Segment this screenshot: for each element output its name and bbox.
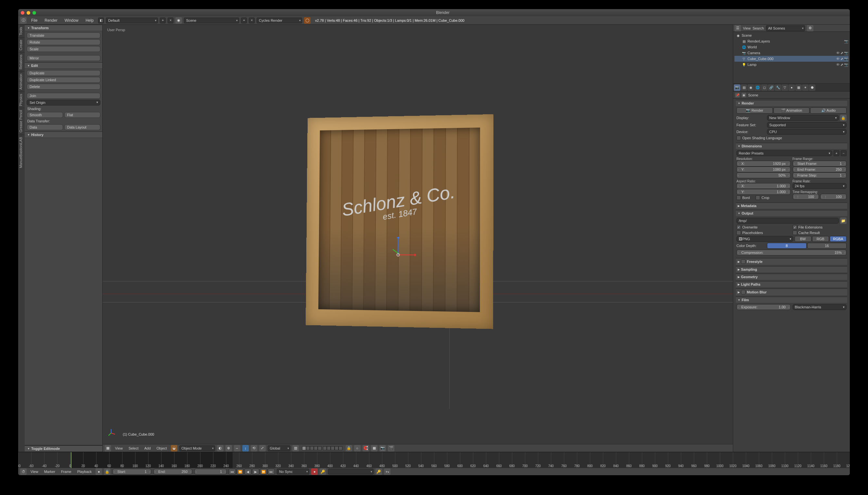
tab-constraints-icon[interactable]: 🔗 [768, 84, 774, 91]
panel-render[interactable]: Render [736, 100, 847, 106]
border-checkbox[interactable] [736, 195, 741, 200]
cam-render-icon[interactable]: 📷 [844, 51, 849, 55]
jump-start-button[interactable]: ⏮ [229, 469, 236, 475]
shade-flat-button[interactable]: Flat [64, 112, 101, 118]
snap-type-icon[interactable]: ▦ [371, 445, 377, 451]
layout-delete-icon[interactable]: × [168, 18, 174, 23]
crop-checkbox[interactable] [756, 195, 760, 200]
shading-mode-icon[interactable]: ◐ [217, 445, 224, 451]
minimize-window-icon[interactable] [27, 11, 30, 15]
end-frame-input[interactable]: End:250 [153, 469, 192, 475]
menu-window[interactable]: Window [62, 18, 81, 23]
jump-end-button[interactable]: ⏭ [268, 469, 275, 475]
ol-scene[interactable]: ◉ Scene [735, 32, 849, 38]
panel-metadata[interactable]: Metadata [736, 203, 847, 209]
data-layout-button[interactable]: Data Layout [64, 124, 101, 130]
section-transform[interactable]: Transform [25, 25, 102, 31]
3d-viewport[interactable]: User Persp Schlonz & Co. est. 1847 [103, 25, 733, 452]
tl-menu-frame[interactable]: Frame [59, 470, 73, 474]
keying-set-dropdown[interactable] [328, 469, 374, 475]
section-edit[interactable]: Edit [25, 62, 102, 69]
manip-scale-icon[interactable]: ⤢ [259, 445, 266, 451]
tab-scene-icon[interactable]: ◉ [748, 84, 754, 91]
tab-particles-icon[interactable]: ✶ [802, 84, 808, 91]
panel-dimensions[interactable]: Dimensions [736, 143, 847, 149]
fileext-checkbox[interactable] [793, 225, 797, 229]
menu-help[interactable]: Help [83, 18, 96, 23]
frame-step-field[interactable]: Frame Step:1 [793, 172, 847, 178]
layout-add-icon[interactable]: + [160, 18, 166, 23]
render-preview-icon[interactable]: 📷 [379, 445, 386, 451]
tab-world-icon[interactable]: 🌐 [754, 84, 761, 91]
lock-camera-icon[interactable]: 🔒 [346, 445, 352, 451]
manipulator-toggle-icon[interactable]: ↔ [234, 445, 240, 451]
overwrite-checkbox[interactable] [736, 225, 741, 229]
tab-tools[interactable]: Tools [18, 25, 25, 37]
tab-create[interactable]: Create [18, 37, 25, 52]
display-dropdown[interactable]: New Window [767, 115, 839, 121]
compression-field[interactable]: Compression:15% [736, 250, 847, 255]
res-y-field[interactable]: Y:1080 px [736, 167, 791, 172]
delete-button[interactable]: Delete [27, 84, 100, 90]
folder-icon[interactable]: 📁 [840, 218, 847, 224]
lock-icon[interactable]: 🔒 [840, 115, 847, 121]
restrict-render-icon[interactable]: 📷 [844, 39, 849, 44]
back-to-previous-icon[interactable]: ◧ [98, 18, 104, 23]
ol-menu-search[interactable]: Search [753, 26, 764, 30]
render-button[interactable]: 📷 Render [736, 107, 773, 114]
osl-checkbox[interactable] [736, 136, 741, 140]
tl-menu-view[interactable]: View [29, 470, 40, 474]
timeline-cursor[interactable] [71, 452, 71, 468]
eye-icon[interactable]: 👁 [836, 63, 840, 67]
ol-cube[interactable]: ▽ Cube_Cube.000 👁⬈📷 [735, 56, 849, 62]
rgb-button[interactable]: RGB [812, 236, 829, 242]
translate-button[interactable]: Translate [27, 32, 100, 38]
vp-menu-add[interactable]: Add [142, 446, 153, 450]
manip-translate-icon[interactable]: ↕ [242, 445, 249, 451]
remap-new-field[interactable]: :100 [820, 194, 847, 200]
freestyle-checkbox[interactable] [741, 259, 746, 264]
vp-menu-object[interactable]: Object [154, 446, 169, 450]
mirror-button[interactable]: Mirror [27, 55, 100, 61]
sync-dropdown[interactable]: No Sync [277, 469, 309, 475]
remap-old-field[interactable]: :100 [793, 194, 819, 200]
scene-add-icon[interactable]: + [241, 18, 247, 23]
render-presets-dropdown[interactable]: Render Presets [736, 150, 832, 156]
menu-file[interactable]: File [29, 18, 40, 23]
editor-type-3dview-icon[interactable]: ▦ [104, 445, 111, 451]
preset-remove-icon[interactable]: − [841, 150, 847, 156]
rotate-button[interactable]: Rotate [27, 39, 100, 45]
zoom-window-icon[interactable] [32, 11, 36, 15]
end-frame-field[interactable]: End Frame:250 [793, 167, 847, 172]
start-frame-input[interactable]: Start:1 [112, 469, 151, 475]
mode-dropdown[interactable]: Object Mode [179, 445, 215, 451]
start-frame-field[interactable]: Start Frame:1 [793, 161, 847, 167]
feature-dropdown[interactable]: Supported [767, 122, 847, 128]
duplicate-linked-button[interactable]: Duplicate Linked [27, 77, 100, 83]
eye-icon[interactable]: 👁 [836, 57, 840, 61]
rgba-button[interactable]: RGBA [830, 236, 847, 242]
tab-render-icon[interactable]: 📷 [734, 84, 740, 91]
pin-icon[interactable]: 📌 [735, 93, 740, 97]
pivot-icon[interactable]: ⊕ [226, 445, 232, 451]
ol-world[interactable]: 🌐 World [735, 44, 849, 50]
auto-key-icon[interactable]: ● [96, 468, 102, 475]
tab-relations[interactable]: Relations [18, 52, 25, 71]
vp-menu-select[interactable]: Select [127, 446, 141, 450]
animation-button[interactable]: 🎬 Animation [773, 107, 810, 114]
tab-material-icon[interactable]: ● [788, 84, 795, 91]
section-operator[interactable]: Toggle Editmode [25, 445, 102, 452]
tab-modifiers-icon[interactable]: 🔧 [775, 84, 781, 91]
tab-manuelbastioni[interactable]: ManuelBastioniLAB [18, 135, 25, 170]
res-x-field[interactable]: X:1920 px [736, 161, 791, 167]
ol-filter-icon[interactable]: ⚙ [807, 25, 814, 32]
panel-film[interactable]: Film [736, 297, 847, 303]
device-dropdown[interactable]: CPU [767, 129, 847, 135]
snap-icon[interactable]: 🧲 [362, 445, 369, 451]
menu-render[interactable]: Render [42, 18, 60, 23]
data-button[interactable]: Data [27, 124, 63, 130]
current-frame-input[interactable]: 1 [194, 469, 227, 475]
audio-button[interactable]: 🔊 Audio [810, 107, 847, 114]
depth-8-button[interactable]: 8 [767, 243, 807, 249]
scene-dropdown[interactable]: Scene [184, 18, 239, 23]
